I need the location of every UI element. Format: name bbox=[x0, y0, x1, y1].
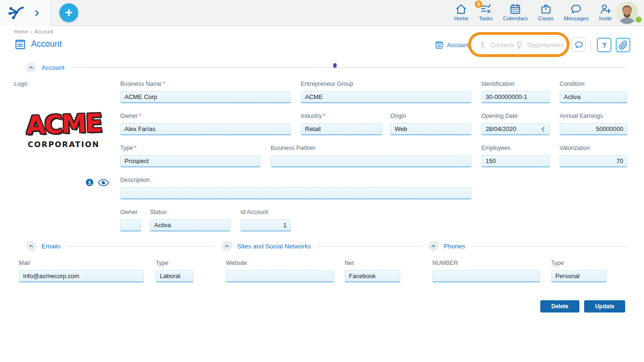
condition-label: Condition bbox=[560, 81, 627, 87]
topbar-item-messages[interactable]: Messages bbox=[564, 3, 588, 21]
toolbar-divider bbox=[590, 40, 591, 49]
home-icon bbox=[455, 3, 467, 15]
chevron-right-icon[interactable] bbox=[33, 9, 41, 17]
update-button[interactable]: Update bbox=[584, 300, 625, 313]
section-line bbox=[472, 246, 627, 247]
field-mail: Mail bbox=[19, 260, 144, 282]
person-icon bbox=[478, 41, 487, 49]
website-label: Website bbox=[226, 260, 334, 266]
topbar-item-cases[interactable]: Cases bbox=[538, 3, 553, 21]
logo-text-sub: CORPORATION bbox=[17, 140, 111, 149]
owner-small-input[interactable] bbox=[120, 219, 141, 231]
paperclip-icon bbox=[619, 41, 628, 50]
chat-bubble-icon bbox=[570, 3, 582, 15]
business-partner-label: Business Partner bbox=[271, 145, 471, 151]
section-title-account: Account bbox=[41, 64, 65, 71]
type-input[interactable] bbox=[120, 155, 261, 167]
annual-earnings-label: Annual Earnings bbox=[560, 113, 627, 119]
collapse-phones-button[interactable] bbox=[428, 241, 438, 251]
id-account-input[interactable] bbox=[240, 219, 291, 231]
employees-input[interactable] bbox=[481, 155, 550, 167]
download-icon[interactable] bbox=[85, 178, 94, 187]
identification-input[interactable] bbox=[481, 91, 550, 103]
topbar-item-calendars[interactable]: Calendars bbox=[503, 3, 528, 21]
calendar-icon bbox=[509, 3, 521, 15]
speech-bubble-icon bbox=[574, 40, 584, 49]
valorization-input[interactable] bbox=[560, 155, 627, 167]
owner-small-label: Owner bbox=[120, 209, 141, 215]
avatar[interactable] bbox=[616, 1, 638, 24]
website-input[interactable] bbox=[226, 270, 334, 282]
description-label: Description bbox=[120, 177, 471, 183]
business-name-input[interactable] bbox=[120, 91, 291, 103]
mail-label: Mail bbox=[19, 260, 144, 266]
tasks-icon: 9 bbox=[479, 3, 492, 15]
page-title: Account bbox=[31, 39, 62, 49]
comments-button[interactable] bbox=[571, 37, 586, 52]
status-label: Status bbox=[150, 209, 231, 215]
origin-label: Origin bbox=[390, 113, 471, 119]
tab-opportunities: Opportunities bbox=[515, 41, 563, 49]
net-label: Net bbox=[345, 260, 400, 266]
topbar-item-home[interactable]: Home bbox=[454, 3, 469, 21]
field-identification: Identification bbox=[481, 81, 550, 103]
divider-dot bbox=[333, 63, 337, 68]
collapse-emails-button[interactable] bbox=[26, 241, 36, 251]
attachments-button[interactable] bbox=[616, 38, 630, 52]
help-button[interactable]: ? bbox=[597, 38, 611, 52]
logo-label: Logo bbox=[14, 81, 27, 87]
owner-input[interactable] bbox=[120, 123, 291, 135]
phone-number-input[interactable] bbox=[432, 270, 540, 282]
status-input[interactable] bbox=[150, 219, 231, 231]
industry-input[interactable] bbox=[301, 123, 382, 135]
tab-account[interactable]: Account bbox=[435, 41, 469, 49]
app-logo-icon[interactable] bbox=[8, 5, 25, 21]
condition-input[interactable] bbox=[560, 91, 627, 103]
person-add-icon bbox=[599, 3, 611, 15]
type-label: Type* bbox=[120, 145, 261, 151]
breadcrumb: Home › Account bbox=[14, 29, 53, 34]
phone-type-input[interactable] bbox=[551, 270, 607, 282]
online-status-dot bbox=[635, 16, 643, 24]
origin-input[interactable] bbox=[390, 123, 471, 135]
collapse-account-button[interactable] bbox=[26, 62, 36, 73]
annual-earnings-input[interactable] bbox=[560, 123, 627, 135]
description-input[interactable] bbox=[120, 187, 471, 199]
field-description: Description bbox=[120, 177, 471, 199]
lightbulb-icon bbox=[515, 41, 524, 49]
business-name-label: Business Name* bbox=[120, 81, 291, 87]
breadcrumb-home[interactable]: Home bbox=[14, 29, 28, 34]
field-business-partner: Business Partner bbox=[271, 145, 471, 167]
mail-type-label: Type bbox=[156, 260, 194, 266]
field-net: Net bbox=[345, 260, 400, 282]
chevron-up-icon bbox=[28, 243, 34, 249]
topbar-label-messages: Messages bbox=[564, 16, 588, 21]
business-partner-input[interactable] bbox=[271, 155, 471, 167]
topbar-item-invite[interactable]: Invite bbox=[599, 3, 612, 21]
add-button[interactable]: + bbox=[59, 3, 78, 22]
topbar-item-tasks[interactable]: 9 Tasks bbox=[479, 3, 493, 21]
field-entrepreneur-group: Entrepreneur Group bbox=[301, 81, 471, 103]
topbar-label-home: Home bbox=[454, 16, 469, 21]
field-id-account: Id Account bbox=[240, 209, 291, 231]
opening-date-label: Opening Date bbox=[481, 113, 550, 119]
section-header-emails: Emails bbox=[26, 241, 215, 251]
net-input[interactable] bbox=[345, 270, 400, 282]
delete-button[interactable]: Delete bbox=[540, 300, 579, 313]
identification-label: Identification bbox=[481, 81, 550, 87]
collapse-sites-button[interactable] bbox=[222, 241, 232, 251]
eye-icon[interactable] bbox=[98, 179, 109, 187]
mail-type-input[interactable] bbox=[156, 270, 194, 282]
topbar-label-calendars: Calendars bbox=[503, 16, 528, 21]
mail-input[interactable] bbox=[19, 270, 144, 282]
chevron-left-icon[interactable] bbox=[539, 125, 547, 133]
account-tab-icon bbox=[435, 41, 444, 49]
entrepreneur-group-input[interactable] bbox=[301, 91, 471, 103]
logo-text-main: ACME bbox=[16, 110, 111, 139]
briefcase-icon bbox=[540, 3, 552, 15]
field-origin: Origin bbox=[390, 113, 471, 135]
valorization-label: Valorization bbox=[560, 145, 627, 151]
field-valorization: Valorization bbox=[560, 145, 627, 167]
crm-account-page: + Home 9 Tasks Calendars bbox=[0, 0, 644, 362]
topbar: + Home 9 Tasks Calendars bbox=[0, 0, 644, 26]
